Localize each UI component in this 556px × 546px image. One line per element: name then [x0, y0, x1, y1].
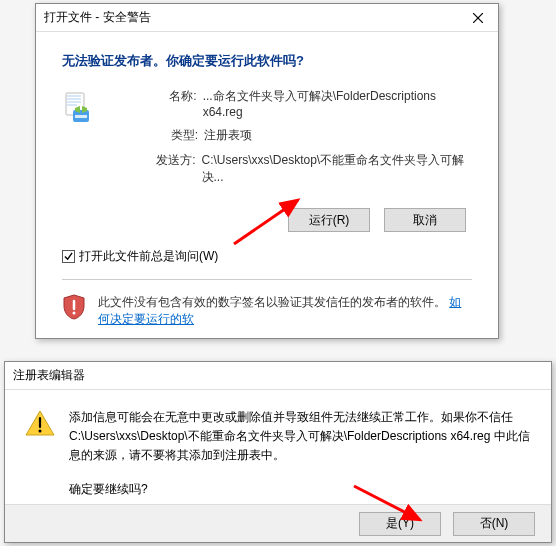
- close-icon: [473, 13, 483, 23]
- warning-icon: [25, 410, 55, 436]
- from-label: 发送方:: [148, 152, 202, 186]
- type-value: 注册表项: [204, 127, 252, 144]
- run-button[interactable]: 运行(R): [288, 208, 370, 232]
- svg-point-11: [39, 430, 42, 433]
- svg-point-8: [73, 312, 76, 315]
- checkbox-label: 打开此文件前总是询问(W): [79, 248, 218, 265]
- dialog-content: 无法验证发布者。你确定要运行此软件吗? 名称:...命名文件夹导入可解决\Fol…: [36, 32, 498, 342]
- shield-icon: [62, 294, 86, 320]
- always-ask-checkbox[interactable]: 打开此文件前总是询问(W): [62, 248, 472, 265]
- message-body: 添加信息可能会在无意中更改或删除值并导致组件无法继续正常工作。如果你不信任 C:…: [69, 408, 531, 466]
- no-button[interactable]: 否(N): [453, 512, 535, 536]
- open-file-security-warning-dialog: 打开文件 - 安全警告 无法验证发布者。你确定要运行此软件吗?: [35, 3, 499, 339]
- checkbox-icon: [62, 250, 75, 263]
- file-info: 名称:...命名文件夹导入可解决\FolderDescriptions x64.…: [148, 88, 472, 194]
- heading: 无法验证发布者。你确定要运行此软件吗?: [62, 52, 472, 70]
- titlebar: 打开文件 - 安全警告: [36, 4, 498, 32]
- message: 添加信息可能会在无意中更改或删除值并导致组件无法继续正常工作。如果你不信任 C:…: [69, 408, 531, 499]
- divider: [62, 279, 472, 280]
- type-label: 类型:: [148, 127, 204, 144]
- file-icon: [62, 92, 96, 126]
- message-confirm: 确定要继续吗?: [69, 480, 531, 499]
- name-value: ...命名文件夹导入可解决\FolderDescriptions x64.reg: [203, 88, 472, 119]
- titlebar: 注册表编辑器: [5, 362, 551, 390]
- from-value: C:\Users\xxs\Desktop\不能重命名文件夹导入可解决...: [202, 152, 473, 186]
- warning-text-block: 此文件没有包含有效的数字签名以验证其发信任的发布者的软件。 如何决定要运行的软: [98, 294, 472, 328]
- yes-button[interactable]: 是(Y): [359, 512, 441, 536]
- dialog-footer: 是(Y) 否(N): [5, 504, 551, 542]
- dialog-title: 打开文件 - 安全警告: [44, 9, 458, 26]
- cancel-button[interactable]: 取消: [384, 208, 466, 232]
- registry-editor-dialog: 注册表编辑器 添加信息可能会在无意中更改或删除值并导致组件无法继续正常工作。如果…: [4, 361, 552, 543]
- warning-text: 此文件没有包含有效的数字签名以验证其发信任的发布者的软件。: [98, 295, 446, 309]
- name-label: 名称:: [148, 88, 203, 119]
- svg-rect-4: [75, 115, 87, 118]
- dialog-title: 注册表编辑器: [13, 367, 551, 384]
- close-button[interactable]: [458, 4, 498, 32]
